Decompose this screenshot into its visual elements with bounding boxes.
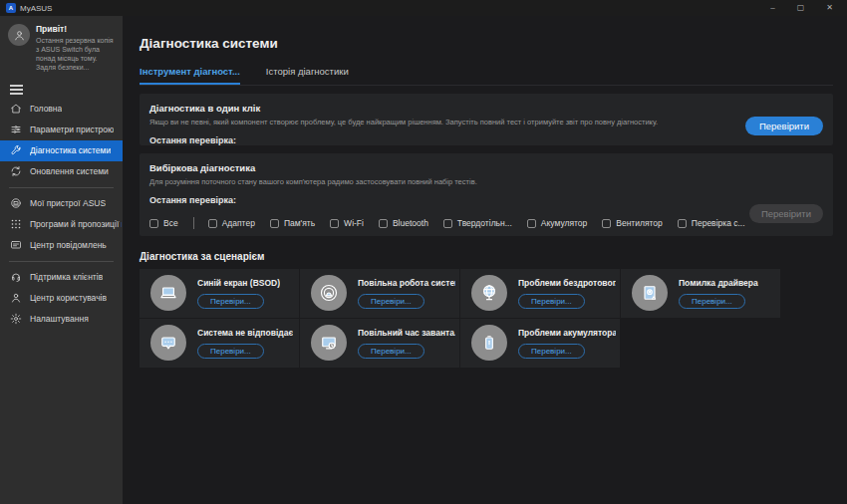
- scenario-card-not-responding: Система не відповідає Перевіри...: [140, 319, 299, 368]
- checkbox-box[interactable]: [270, 219, 279, 228]
- scenario-check-button[interactable]: Перевіри...: [358, 344, 424, 359]
- scenario-check-button[interactable]: Перевіри...: [518, 344, 585, 359]
- sidebar-item-system-diagnostics[interactable]: Діагностика системи: [0, 140, 123, 161]
- headset-icon: [10, 271, 22, 283]
- checkbox-memory[interactable]: Пам'ять: [270, 218, 315, 228]
- greeting-message: Остання резервна копія з ASUS Switch бул…: [36, 36, 117, 72]
- one-click-last-check-label: Остання перевірка:: [149, 135, 823, 145]
- checkbox-all[interactable]: Все: [149, 218, 178, 228]
- sidebar-item-notification-center[interactable]: Центр повідомлень: [0, 235, 123, 256]
- scenario-section-title: Діагностика за сценарієм: [140, 251, 833, 262]
- scenario-check-button[interactable]: Перевіри...: [197, 294, 264, 309]
- page-title: Діагностика системи: [140, 36, 833, 51]
- home-icon: [10, 103, 22, 115]
- custom-diagnostics-card: Вибіркова діагностика Для розуміння пото…: [140, 153, 833, 236]
- sidebar-divider: [9, 187, 114, 188]
- minimize-button[interactable]: –: [770, 0, 774, 16]
- sidebar-divider: [9, 261, 114, 262]
- one-click-title: Діагностика в один клік: [149, 103, 823, 114]
- checkbox-system-check[interactable]: Перевірка с...: [678, 218, 745, 228]
- sidebar-item-settings[interactable]: Налаштування: [0, 309, 123, 330]
- hamburger-menu-icon[interactable]: [10, 85, 23, 95]
- checkbox-ssd[interactable]: Твердотільн...: [443, 218, 512, 228]
- custom-check-button[interactable]: Перевірити: [749, 204, 823, 223]
- one-click-description: Якщо ви не певні, який компонент створює…: [149, 118, 823, 126]
- battery-icon: [471, 325, 507, 361]
- checkbox-box[interactable]: [149, 219, 158, 228]
- scenario-card-driver-error: Помилка драйвера Перевіри...: [621, 269, 780, 318]
- driver-error-icon: [632, 275, 668, 311]
- custom-title: Вибіркова діагностика: [149, 162, 823, 173]
- checkbox-box[interactable]: [208, 219, 217, 228]
- greeting-title: Привіт!: [36, 24, 117, 34]
- scenario-check-button[interactable]: Перевіри...: [679, 294, 745, 309]
- custom-description: Для розуміння поточного стану вашого ком…: [149, 177, 823, 186]
- tab-diagnostic-tool[interactable]: Інструмент діагност...: [140, 66, 240, 85]
- one-click-check-button[interactable]: Перевірити: [745, 117, 823, 135]
- checkbox-battery[interactable]: Акумулятор: [527, 218, 587, 228]
- avatar[interactable]: [8, 24, 30, 46]
- person-icon: [13, 29, 26, 42]
- sidebar-item-apps-offers[interactable]: Програми й пропозиції від...: [0, 214, 123, 235]
- sliders-icon: [10, 124, 22, 135]
- scenario-check-button[interactable]: Перевіри...: [358, 294, 424, 309]
- scenario-grid: Синій екран (BSOD) Перевіри... Повільна …: [140, 269, 780, 368]
- bsod-laptop-icon: [150, 275, 186, 311]
- custom-last-check-label: Остання перевірка:: [149, 195, 823, 205]
- user-greeting-block[interactable]: Привіт! Остання резервна копія з ASUS Sw…: [0, 16, 123, 76]
- scenario-check-button[interactable]: Перевіри...: [518, 294, 585, 309]
- main-content: Діагностика системи Інструмент діагност.…: [123, 16, 847, 504]
- checkbox-separator: [193, 217, 194, 229]
- message-icon: [10, 239, 22, 251]
- slow-system-gauge-icon: [311, 275, 347, 311]
- sidebar-item-device-settings[interactable]: Параметри пристрою: [0, 120, 123, 140]
- scenario-card-slow-boot: Повільний час заванта... Перевіри...: [300, 319, 459, 368]
- sidebar-item-home[interactable]: Головна: [0, 99, 123, 120]
- sidebar-item-customer-support[interactable]: Підтримка клієнтів: [0, 267, 123, 288]
- checkbox-box[interactable]: [379, 219, 388, 228]
- wireless-globe-icon: [471, 275, 507, 311]
- checkbox-fan[interactable]: Вентилятор: [602, 218, 663, 228]
- checkbox-wifi[interactable]: Wi-Fi: [330, 218, 364, 228]
- window-title: MyASUS: [20, 4, 52, 13]
- scenario-check-button[interactable]: Перевіри...: [197, 344, 264, 359]
- system-not-responding-icon: [150, 325, 186, 361]
- sync-icon: [10, 165, 22, 177]
- tab-diagnostic-history[interactable]: Історія діагностики: [266, 66, 349, 85]
- checkbox-bluetooth[interactable]: Bluetooth: [379, 218, 428, 228]
- sidebar-item-system-update[interactable]: Оновлення системи: [0, 161, 123, 182]
- checkbox-box[interactable]: [678, 219, 687, 228]
- checkbox-box[interactable]: [602, 219, 611, 228]
- slow-boot-icon: [311, 325, 347, 361]
- checkbox-box[interactable]: [443, 219, 452, 228]
- checkbox-adapter[interactable]: Адаптер: [208, 218, 255, 228]
- myasus-logo-icon: A: [6, 3, 16, 13]
- scenario-card-slow-system: Повільна робота системи Перевіри...: [300, 269, 459, 318]
- maximize-button[interactable]: ▢: [797, 0, 805, 16]
- scenario-card-battery: Проблеми акумулятора Перевіри...: [460, 319, 620, 368]
- apps-grid-icon: [10, 218, 22, 230]
- close-button[interactable]: ✕: [826, 0, 833, 16]
- devices-icon: [10, 197, 22, 209]
- diagnostic-checkbox-row: Все Адаптер Пам'ять Wi-Fi Bluetooth Твер…: [149, 217, 823, 233]
- user-icon: [10, 292, 22, 304]
- one-click-diagnostics-card: Діагностика в один клік Якщо ви не певні…: [140, 94, 833, 145]
- checkbox-box[interactable]: [330, 219, 339, 228]
- checkbox-box[interactable]: [527, 219, 536, 228]
- scenario-card-wireless: Проблеми бездротовог... Перевіри...: [460, 269, 620, 318]
- title-bar: A MyASUS – ▢ ✕: [0, 0, 847, 16]
- sidebar: Привіт! Остання резервна копія з ASUS Sw…: [0, 16, 123, 504]
- sidebar-item-user-center[interactable]: Центр користувачів: [0, 288, 123, 309]
- sidebar-item-my-asus-devices[interactable]: Мої пристрої ASUS: [0, 193, 123, 214]
- tab-bar: Інструмент діагност... Історія діагности…: [140, 66, 833, 86]
- scenario-card-bsod: Синій екран (BSOD) Перевіри...: [140, 269, 299, 318]
- gear-icon: [10, 313, 22, 325]
- wrench-icon: [10, 144, 22, 156]
